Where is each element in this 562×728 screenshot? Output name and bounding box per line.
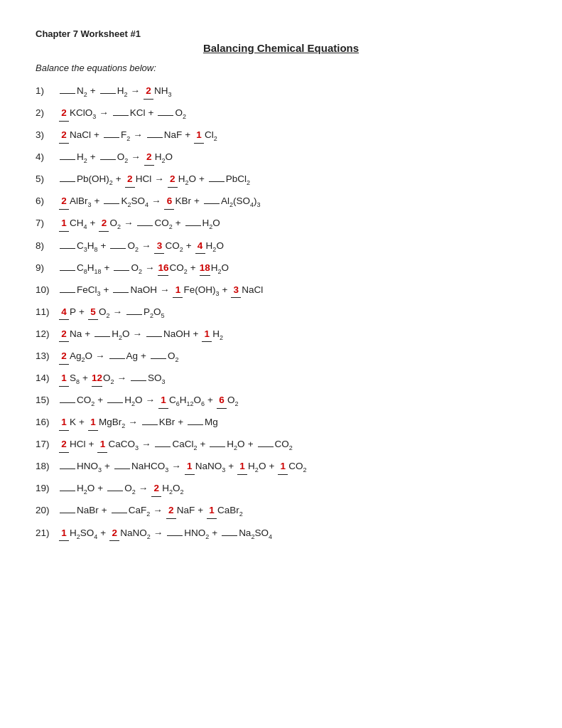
equation-9: 9) C8H18 + O2 → 16 CO2 + 18 H2O (36, 260, 526, 277)
equation-4: 4) H2 + O2 → 2 H2O (36, 149, 526, 166)
equation-2: 2) 2 KClO3 → KCl + O2 (36, 105, 526, 122)
equation-1: 1) N2 + H2 → 2 NH3 (36, 83, 526, 100)
equation-20: 20) NaBr + CaF2 → 2 NaF + 1 CaBr2 (36, 503, 526, 519)
instructions: Balance the equations below: (36, 63, 526, 73)
equation-13: 13) 2 Ag2O → Ag + O2 (36, 348, 526, 365)
equation-5: 5) Pb(OH)2 + 2 HCl → 2 H2O + PbCl2 (36, 171, 526, 188)
equation-3: 3) 2 NaCl + F2 → NaF + 1 Cl2 (36, 127, 526, 144)
worksheet-title: Balancing Chemical Equations (36, 42, 526, 54)
equation-6: 6) 2 AlBr3 + K2SO4 → 6 KBr + Al2(SO4)3 (36, 193, 526, 210)
equations-list: 1) N2 + H2 → 2 NH3 2) 2 KClO3 → KCl + O2… (36, 83, 526, 542)
equation-21: 21) 1 H2SO4 + 2 NaNO2 → HNO2 + Na2SO4 (36, 525, 526, 542)
equation-7: 7) 1 CH4 + 2 O2 → CO2 + H2O (36, 215, 526, 232)
equation-14: 14) 1 S8 + 12 O2 → SO3 (36, 370, 526, 387)
chapter-title: Chapter 7 Worksheet #1 (36, 28, 526, 39)
equation-19: 19) H2O + O2 → 2 H2O2 (36, 481, 526, 497)
equation-11: 11) 4 P + 5 O2 → P2O5 (36, 304, 526, 321)
equation-15: 15) CO2 + H2O → 1 C6H12O6 + 6 O2 (36, 392, 526, 409)
equation-8: 8) C3H8 + O2 → 3 CO2 + 4 H2O (36, 238, 526, 255)
equation-16: 16) 1 K + 1 MgBr2 → KBr + Mg (36, 414, 526, 431)
equation-12: 12) 2 Na + H2O → NaOH + 1 H2 (36, 326, 526, 343)
equation-10: 10) FeCl3 + NaOH → 1 Fe(OH)3 + 3 NaCl (36, 282, 526, 299)
equation-18: 18) HNO3 + NaHCO3 → 1 NaNO3 + 1 H2O + 1 … (36, 459, 526, 475)
equation-17: 17) 2 HCl + 1 CaCO3 → CaCl2 + H2O + CO2 (36, 437, 526, 453)
